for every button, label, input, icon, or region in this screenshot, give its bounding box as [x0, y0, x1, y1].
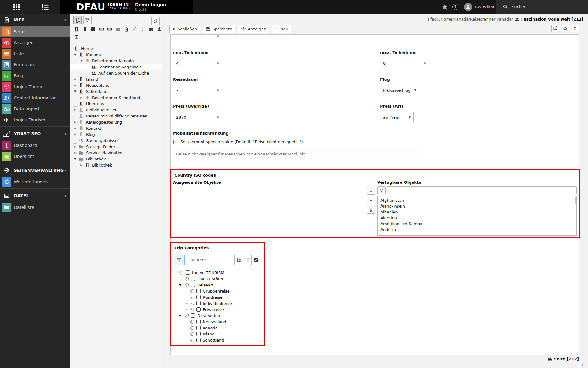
selected-objects-listbox[interactable] — [173, 186, 364, 235]
pagetree-node-neuseeland[interactable]: ▶ Neuseeland — [70, 82, 162, 88]
drag-link-icon[interactable] — [132, 26, 137, 31]
country-option[interactable]: Algerien — [378, 215, 576, 221]
category-individualreise[interactable]: Individualreise — [173, 300, 232, 306]
category-reiseart[interactable]: ▼ Reiseart — [173, 282, 232, 288]
filter-tree-button[interactable] — [83, 16, 92, 24]
country-option[interactable]: Åland-Inseln — [378, 203, 576, 209]
new-button[interactable]: + Neu — [272, 25, 291, 33]
available-objects-listbox[interactable]: Afghanistan Åland-Inseln Albanien Algeri… — [377, 196, 577, 236]
expander-closed-icon[interactable]: ▶ — [74, 84, 79, 87]
expander-closed-icon[interactable]: ▶ — [80, 163, 85, 167]
user-menu[interactable]: BW editor — [464, 3, 495, 11]
checkbox[interactable] — [196, 332, 201, 336]
section-header-web[interactable]: WEB ▾ — [0, 14, 70, 26]
section-header-yoast-seo[interactable]: y YOAST SEO ▾ — [0, 128, 70, 140]
drag-user-icon[interactable] — [157, 26, 162, 31]
drag-file-icon[interactable] — [82, 26, 87, 31]
category-flags-stoerer[interactable]: Flags / Störer — [173, 276, 232, 282]
category-neuseeland[interactable]: Neuseeland — [173, 319, 232, 325]
expander-closed-icon[interactable]: ▶ — [74, 121, 79, 124]
save-button[interactable]: Speichern — [203, 25, 235, 33]
country-option[interactable]: Afghanistan — [378, 197, 576, 203]
expander-closed-icon[interactable]: ▶ — [74, 145, 79, 148]
view-button[interactable]: Anzeigen — [238, 25, 269, 33]
pagetree-node-ueber-uns[interactable]: Über uns — [70, 101, 162, 107]
close-button[interactable]: ✕ Schließen — [169, 25, 200, 33]
cutoff-input[interactable] — [173, 34, 222, 39]
select-all-button[interactable] — [251, 255, 260, 265]
sidebar-item-uebersicht[interactable]: Übersicht — [0, 151, 70, 162]
pagetree-node-reisen-mit-wildlife-adventures[interactable]: Reisen mit Wildlife Adventures — [70, 113, 162, 119]
available-filter-input[interactable] — [387, 186, 577, 194]
pagetree-node-island[interactable]: ▶ Island — [70, 76, 162, 82]
checkbox[interactable] — [191, 313, 195, 318]
expander-closed-icon[interactable]: ▶ — [74, 151, 79, 154]
pagetree-node-service-navigation[interactable]: ▶ Service-Navigation — [70, 150, 162, 156]
pagetree-node-kanada[interactable]: ▼ Kanada — [70, 52, 162, 58]
drag-page-icon[interactable] — [74, 26, 79, 31]
clear-icon[interactable]: ✕ — [424, 61, 427, 65]
list-view-button[interactable] — [243, 255, 252, 265]
open-in-new-button[interactable] — [551, 25, 559, 32]
pagetree-node-katalogbestellung[interactable]: ▶ Katalogbestellung — [70, 119, 162, 125]
drag-shortcut-icon[interactable] — [124, 26, 129, 31]
max-participants-input[interactable] — [380, 58, 429, 68]
clear-icon[interactable]: ✕ — [217, 115, 220, 119]
pagetree-node-storage-folder[interactable]: ▶ Storage Folder — [70, 144, 162, 150]
price-override-input[interactable] — [173, 112, 222, 122]
category-privatreise[interactable]: Privatreise — [173, 306, 232, 312]
category-kanada[interactable]: Kanada — [173, 325, 232, 331]
drag-mountpoint-icon[interactable] — [107, 26, 112, 31]
section-header-seitenverwaltung[interactable]: SEITENVERWALTUNG ▾ — [0, 164, 70, 176]
price-type-select[interactable]: ab Preis▼ — [380, 112, 414, 122]
drag-grid-icon[interactable] — [91, 26, 96, 31]
expander-closed-icon[interactable]: ▶ — [74, 127, 79, 130]
pagetree-node-auf-den-spuren-der-elche[interactable]: Auf den Spuren der Elche — [70, 70, 162, 76]
module-menu-toggle-icon[interactable] — [42, 3, 49, 11]
expander-open-icon[interactable]: ▼ — [74, 157, 79, 160]
new-page-button[interactable] — [74, 16, 82, 24]
move-down-button[interactable]: ▼ — [367, 197, 375, 204]
pagetree-node-blog[interactable]: ▶ Blog — [70, 131, 162, 137]
expander-open-icon[interactable]: ▼ — [74, 90, 79, 93]
drag-folder-icon[interactable] — [115, 26, 120, 31]
sidebar-item-toujou-tourism[interactable]: ✈ toujou Tourism — [0, 114, 70, 125]
country-option[interactable]: Andorra — [378, 227, 576, 232]
move-up-button[interactable]: ▲ — [367, 187, 375, 195]
modules-grid-icon[interactable] — [13, 3, 20, 11]
expander-open-icon[interactable]: ▼ — [74, 53, 79, 56]
sidebar-item-blog[interactable]: Blog — [0, 70, 70, 81]
clear-icon[interactable]: ✕ — [217, 34, 220, 38]
pagetree-node-suchergebnisse[interactable]: Suchergebnisse — [70, 137, 162, 144]
sidebar-item-dateiliste[interactable]: Dateiliste — [0, 202, 70, 213]
drag-spacer-icon[interactable] — [140, 26, 145, 31]
category-toujou-tourism[interactable]: toujou TOURISM — [173, 270, 232, 276]
pagetree-node-reisetrenner-schottland[interactable]: ▶ Reisetrenner Schottland — [70, 94, 162, 101]
sidebar-item-toujou-theme[interactable]: toujou Theme — [0, 81, 70, 92]
global-search[interactable]: Suchen — [496, 0, 588, 14]
delete-button[interactable] — [367, 206, 375, 214]
category-rundreise[interactable]: Rundreise — [173, 294, 232, 300]
clear-icon[interactable]: ✕ — [217, 61, 220, 65]
checkbox[interactable] — [191, 283, 195, 287]
category-schottland[interactable]: Schottland — [173, 337, 232, 343]
category-destination[interactable]: ▼ Destination — [173, 312, 232, 319]
pagetree-node-bibliothek-child[interactable]: ▶ Bibliothek — [70, 162, 162, 168]
bookmark-star-icon[interactable] — [442, 4, 448, 10]
checkbox-checked-icon[interactable]: ✓ — [173, 140, 178, 144]
section-header-datei[interactable]: DATEI ▾ — [0, 190, 70, 202]
expander-closed-icon[interactable]: ▶ — [74, 133, 79, 136]
checkbox[interactable] — [196, 320, 201, 324]
country-option[interactable]: Amerikanisch-Samoa — [378, 221, 576, 227]
drag-user-section-icon[interactable] — [149, 26, 153, 31]
expander-open-icon[interactable]: ▼ — [179, 314, 181, 317]
sidebar-item-anzeigen[interactable]: Anzeigen — [0, 37, 70, 48]
filter-available-button[interactable] — [377, 186, 386, 194]
checkbox[interactable] — [186, 270, 190, 275]
checkbox[interactable] — [196, 338, 201, 342]
pagetree-node-individualreisen[interactable]: ▶ Individualreisen — [70, 107, 162, 113]
drag-content-grid-icon[interactable] — [74, 34, 79, 40]
find-item-input[interactable] — [185, 255, 233, 265]
help-icon[interactable]: ? — [452, 4, 458, 10]
cutoff-field[interactable]: ✕ — [173, 34, 222, 39]
